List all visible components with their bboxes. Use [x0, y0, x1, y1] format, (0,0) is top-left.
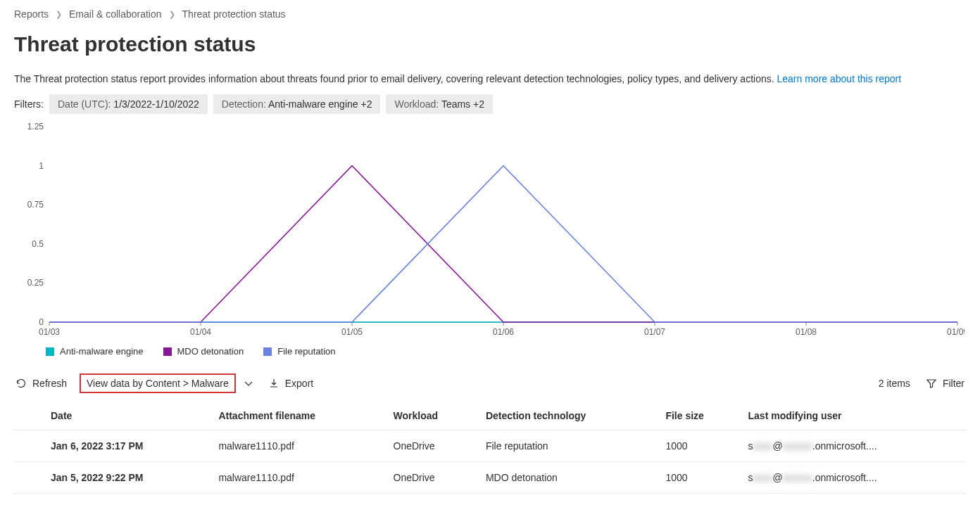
chart-area: 00.250.50.7511.2501/0301/0401/0501/0601/… [21, 122, 966, 340]
svg-text:0.25: 0.25 [27, 278, 44, 288]
filter-label: Filter [943, 378, 965, 389]
legend-label: Anti-malware engine [60, 346, 144, 357]
legend-item-mdo[interactable]: MDO detonation [163, 346, 244, 357]
svg-text:0.5: 0.5 [32, 239, 44, 249]
chevron-right-icon: ❯ [169, 10, 175, 19]
col-filesize[interactable]: File size [658, 402, 741, 430]
cell-filename: malware1110.pdf [211, 430, 386, 462]
download-icon [268, 378, 279, 389]
row-checkbox[interactable] [14, 430, 44, 462]
filter-pill-date[interactable]: Date (UTC): 1/3/2022-1/10/2022 [49, 94, 208, 114]
refresh-icon [15, 378, 27, 389]
swatch-icon [46, 347, 54, 356]
svg-text:01/05: 01/05 [341, 327, 363, 337]
cell-user: sxxxx@xxxxxx.onmicrosoft.... [741, 462, 966, 494]
svg-text:01/06: 01/06 [493, 327, 514, 337]
filter-key: Detection: [222, 98, 266, 110]
swatch-icon [163, 347, 172, 356]
col-detection[interactable]: Detection technology [479, 402, 658, 430]
cell-workload: OneDrive [387, 430, 479, 462]
chevron-right-icon: ❯ [56, 10, 62, 19]
filter-button[interactable]: Filter [924, 375, 966, 392]
svg-text:0.75: 0.75 [27, 200, 44, 210]
col-workload[interactable]: Workload [387, 402, 479, 430]
cell-filesize: 1000 [658, 462, 741, 494]
view-chevron-button[interactable] [241, 375, 256, 392]
svg-text:01/08: 01/08 [796, 327, 817, 337]
svg-text:01/07: 01/07 [644, 327, 665, 337]
cell-date: Jan 5, 2022 9:22 PM [44, 462, 211, 494]
col-date[interactable]: Date [44, 402, 211, 430]
filter-value: Teams +2 [441, 98, 484, 110]
svg-text:01/04: 01/04 [190, 327, 211, 337]
legend-label: File reputation [277, 346, 335, 357]
view-select-label: View data by Content > Malware [87, 378, 229, 389]
row-checkbox[interactable] [14, 462, 44, 494]
filter-key: Date (UTC): [58, 98, 111, 110]
col-user[interactable]: Last modifying user [741, 402, 966, 430]
filter-pill-workload[interactable]: Workload: Teams +2 [386, 94, 493, 114]
cell-filename: malware1110.pdf [211, 462, 386, 494]
breadcrumb-item-current: Threat protection status [182, 8, 286, 20]
table-header-row: Date Attachment filename Workload Detect… [14, 402, 966, 430]
table-row[interactable]: Jan 5, 2022 9:22 PMmalware1110.pdfOneDri… [14, 462, 966, 494]
cell-date: Jan 6, 2022 3:17 PM [44, 430, 211, 462]
filter-key: Workload: [394, 98, 439, 110]
items-count: 2 items [879, 378, 910, 389]
breadcrumb-item-reports[interactable]: Reports [14, 8, 49, 20]
col-filename[interactable]: Attachment filename [211, 402, 386, 430]
filter-icon [926, 378, 937, 389]
description-text: The Threat protection status report prov… [14, 73, 777, 84]
page-title: Threat protection status [14, 32, 966, 56]
chevron-down-icon [243, 378, 254, 389]
filter-value: 1/3/2022-1/10/2022 [113, 98, 199, 110]
line-chart: 00.250.50.7511.2501/0301/0401/0501/0601/… [21, 122, 965, 340]
chart-legend: Anti-malware engine MDO detonation File … [46, 346, 966, 357]
filter-value: Anti-malware engine +2 [268, 98, 372, 110]
table-toolbar: Refresh View data by Content > Malware E… [14, 371, 966, 402]
cell-workload: OneDrive [387, 462, 479, 494]
legend-label: MDO detonation [177, 346, 244, 357]
filter-pill-detection[interactable]: Detection: Anti-malware engine +2 [213, 94, 381, 114]
page-description: The Threat protection status report prov… [14, 73, 966, 84]
filters-row: Filters: Date (UTC): 1/3/2022-1/10/2022 … [14, 94, 966, 114]
breadcrumb-item-email[interactable]: Email & collaboration [69, 8, 162, 20]
table-row[interactable]: Jan 6, 2022 3:17 PMmalware1110.pdfOneDri… [14, 430, 966, 462]
swatch-icon [263, 347, 272, 356]
results-table: Date Attachment filename Workload Detect… [14, 402, 966, 494]
cell-user: sxxxx@xxxxxx.onmicrosoft.... [741, 430, 966, 462]
cell-detection: File reputation [479, 430, 658, 462]
svg-text:0: 0 [39, 317, 44, 327]
svg-text:1: 1 [39, 161, 44, 171]
svg-text:1.25: 1.25 [27, 122, 44, 132]
filters-label: Filters: [14, 98, 44, 110]
refresh-button[interactable]: Refresh [14, 375, 68, 392]
cell-filesize: 1000 [658, 430, 741, 462]
legend-item-file-rep[interactable]: File reputation [263, 346, 335, 357]
refresh-label: Refresh [32, 378, 67, 389]
col-select [14, 402, 44, 430]
learn-more-link[interactable]: Learn more about this report [777, 73, 902, 84]
cell-detection: MDO detonation [479, 462, 658, 494]
legend-item-anti-malware[interactable]: Anti-malware engine [46, 346, 144, 357]
view-data-by-dropdown[interactable]: View data by Content > Malware [80, 373, 236, 393]
svg-text:01/09: 01/09 [947, 327, 965, 337]
svg-text:01/03: 01/03 [39, 327, 60, 337]
export-button[interactable]: Export [267, 375, 315, 392]
breadcrumb: Reports ❯ Email & collaboration ❯ Threat… [14, 8, 966, 20]
export-label: Export [285, 378, 313, 389]
